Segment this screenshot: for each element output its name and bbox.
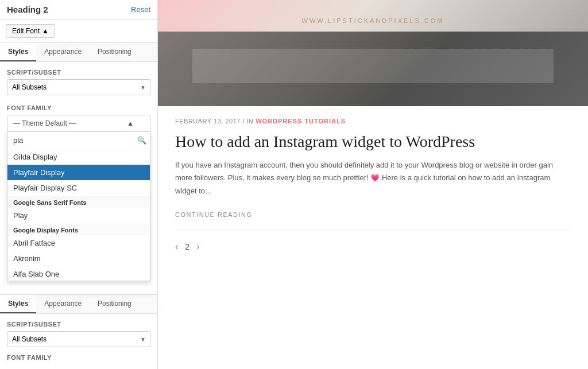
font-option-alfa-slab-one[interactable]: Alfa Slab One bbox=[7, 266, 150, 281]
article-meta: FEBRUARY 13, 2017 / IN WORDPRESS TUTORIA… bbox=[158, 106, 588, 128]
script-subset-select[interactable]: All Subsets Latin Latin Extended Cyrilli… bbox=[7, 79, 150, 95]
article-body: If you have an Instagram account, then y… bbox=[158, 159, 588, 206]
article-date: FEBRUARY 13, 2017 bbox=[175, 118, 241, 125]
blog-header-image: WWW.LIPSTICKANDPIXELS.COM bbox=[158, 0, 588, 106]
current-page: 2 bbox=[185, 242, 189, 251]
top-tabs-bar: Styles Appearance Positioning bbox=[0, 43, 157, 62]
script-subset-label: Script/Subset bbox=[7, 69, 150, 76]
blog-header-text: WWW.LIPSTICKANDPIXELS.COM bbox=[302, 17, 444, 24]
script-subset-wrapper: All Subsets Latin Latin Extended Cyrilli… bbox=[7, 79, 150, 95]
bottom-panel: Styles Appearance Positioning Script/Sub… bbox=[0, 294, 157, 369]
right-content: WWW.LIPSTICKANDPIXELS.COM FEBRUARY 13, 2… bbox=[158, 0, 588, 369]
font-option-playfair-display-sc[interactable]: Playfair Display SC bbox=[7, 180, 150, 196]
font-option-abril-fatface[interactable]: Abril Fatface bbox=[7, 235, 150, 251]
font-family-selected: — Theme Default — bbox=[13, 119, 76, 127]
search-row: 🔍 bbox=[7, 132, 150, 149]
tab-appearance[interactable]: Appearance bbox=[36, 43, 90, 61]
bottom-script-select[interactable]: All Subsets bbox=[7, 331, 150, 347]
bottom-tab-appearance[interactable]: Appearance bbox=[36, 295, 90, 313]
font-option-playfair-display[interactable]: Playfair Display bbox=[7, 165, 150, 180]
font-option-gilda-display[interactable]: Gilda Display bbox=[7, 149, 150, 165]
font-option-akronim[interactable]: Akronim bbox=[7, 251, 150, 266]
group-google-display: Google Display Fonts bbox=[7, 223, 150, 235]
dropdown-arrow-icon: ▲ bbox=[127, 119, 134, 127]
pagination: ‹ 2 › bbox=[158, 230, 588, 263]
font-family-trigger[interactable]: — Theme Default — ▲ bbox=[7, 115, 150, 132]
font-family-section: Font Family — Theme Default — ▲ 🔍 Gilda … bbox=[0, 100, 157, 137]
tab-positioning[interactable]: Positioning bbox=[90, 43, 140, 61]
font-search-input[interactable] bbox=[11, 133, 137, 147]
panel-header: Heading 2 Reset bbox=[0, 0, 157, 20]
bottom-tab-styles[interactable]: Styles bbox=[0, 295, 36, 313]
search-icon: 🔍 bbox=[137, 136, 146, 145]
edit-font-bar: Edit Font ▲ bbox=[0, 20, 157, 43]
bottom-script-label: Script/Subset bbox=[7, 321, 150, 328]
bottom-tabs-bar: Styles Appearance Positioning bbox=[0, 295, 157, 314]
tab-styles[interactable]: Styles bbox=[0, 43, 36, 61]
bottom-tab-positioning[interactable]: Positioning bbox=[90, 295, 140, 313]
triangle-icon: ▲ bbox=[42, 27, 49, 35]
edit-font-button[interactable]: Edit Font ▲ bbox=[6, 24, 55, 38]
group-google-sans-serif: Google Sans Serif Fonts bbox=[7, 196, 150, 208]
article-title: How to add an Instagram widget to WordPr… bbox=[158, 128, 588, 159]
image-light-area bbox=[192, 49, 554, 83]
edit-font-label: Edit Font bbox=[12, 27, 40, 35]
font-family-label: Font Family bbox=[7, 104, 150, 111]
font-family-dropdown: — Theme Default — ▲ 🔍 Gilda Display Play… bbox=[7, 115, 150, 132]
script-subset-section: Script/Subset All Subsets Latin Latin Ex… bbox=[0, 62, 157, 100]
article-category[interactable]: WORDPRESS TUTORIALS bbox=[256, 118, 346, 125]
font-family-dropdown-list: 🔍 Gilda Display Playfair Display Playfai… bbox=[7, 132, 150, 281]
next-page-button[interactable]: › bbox=[196, 242, 199, 252]
prev-page-button[interactable]: ‹ bbox=[175, 242, 178, 252]
panel-title: Heading 2 bbox=[7, 5, 48, 14]
continue-reading[interactable]: CONTINUE READING bbox=[158, 207, 588, 230]
bottom-select-wrapper: All Subsets ▼ bbox=[7, 331, 150, 347]
bottom-font-family-label: Font Family bbox=[7, 354, 150, 361]
left-panel: Heading 2 Reset Edit Font ▲ Styles Appea… bbox=[0, 0, 158, 369]
bottom-script-section: Script/Subset All Subsets ▼ bbox=[0, 314, 157, 352]
reset-link[interactable]: Reset bbox=[131, 5, 150, 14]
font-option-play[interactable]: Play bbox=[7, 208, 150, 223]
